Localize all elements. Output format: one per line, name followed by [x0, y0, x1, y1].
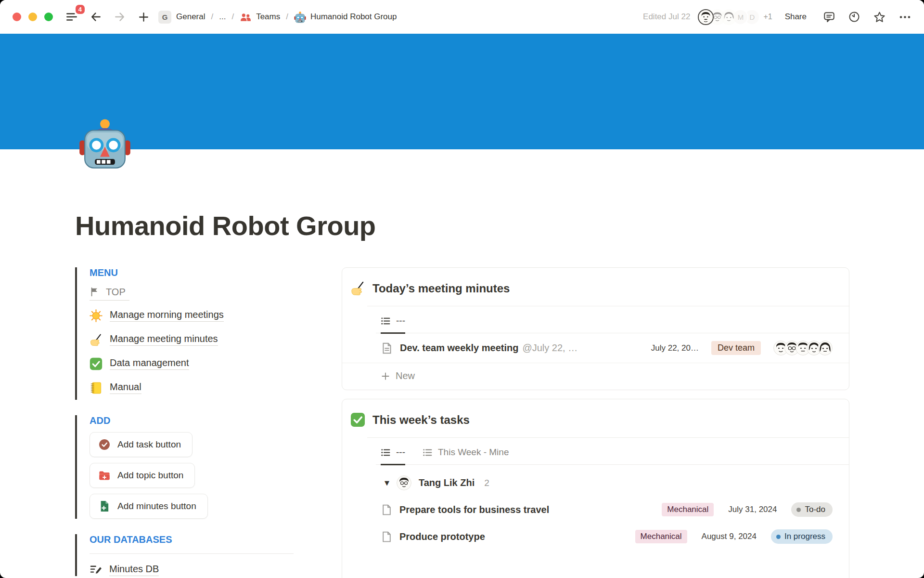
status-label: To-do [805, 505, 825, 514]
task-row[interactable]: Produce prototype Mechanical August 9, 2… [342, 523, 849, 550]
teams-people-icon [240, 11, 252, 23]
status-badge: In progress [771, 529, 833, 544]
group-name: Tang Lik Zhi [419, 477, 475, 488]
minutes-card-title: Today’s meeting minutes [372, 282, 510, 295]
page-title: Humanoid Robot Group [75, 210, 849, 241]
avatar [698, 9, 714, 25]
status-label: In progress [784, 532, 825, 541]
back-icon[interactable] [90, 11, 102, 23]
green-doc-plus-icon [98, 500, 111, 512]
list-view-icon [423, 447, 433, 458]
tasks-card-header: This week’s tasks [342, 399, 849, 437]
breadcrumb-separator: / [286, 12, 288, 22]
workspace-icon[interactable]: G [158, 11, 171, 24]
breadcrumb: G General / ... / Teams / [158, 11, 397, 24]
menu-heading: MENU [90, 267, 296, 278]
page-robot-icon[interactable] [78, 117, 131, 170]
minutes-view-tabs: --- [376, 306, 849, 333]
tasks-card-title: This week’s tasks [372, 413, 470, 427]
task-row[interactable]: Prepare tools for business travel Mechan… [342, 496, 849, 523]
viewer-avatar-stack[interactable]: M D [698, 9, 760, 25]
task-title: Prepare tools for business travel [399, 504, 549, 515]
window-controls [13, 13, 53, 21]
minutes-card-header: Today’s meeting minutes [342, 268, 849, 306]
left-column: MENU TOP [75, 267, 296, 578]
flag-icon [90, 287, 100, 297]
page-content: Humanoid Robot Group MENU TOP [0, 210, 924, 578]
brown-circle-check-icon [98, 438, 111, 451]
collapse-triangle-icon[interactable]: ▼ [385, 479, 389, 486]
green-check-icon [350, 412, 365, 427]
minutes-table-row[interactable]: Dev. team weekly meeting @July 22, … Jul… [342, 333, 849, 363]
breadcrumb-page[interactable]: Humanoid Robot Group [294, 11, 397, 23]
tasks-view-tabs: --- This Week - Mine [376, 438, 849, 465]
breadcrumb-ellipsis[interactable]: ... [219, 12, 226, 22]
toolbar-right: Edited Jul 22 [643, 9, 911, 25]
close-window-button[interactable] [13, 13, 21, 21]
add-button-label: Add task button [117, 439, 181, 450]
new-row-button[interactable]: New [342, 363, 849, 390]
tabs-count-badge: 4 [76, 5, 85, 14]
writing-hand-icon [90, 333, 103, 346]
breadcrumb-page-label: Humanoid Robot Group [310, 12, 397, 22]
add-section: ADD Add task button [75, 415, 296, 519]
database-item-label: Minutes DB [109, 564, 159, 576]
group-count: 2 [484, 478, 489, 488]
avatar [818, 341, 833, 355]
group-header-row[interactable]: ▼ Tang Lik Zhi 2 [342, 465, 849, 496]
page-icon [381, 504, 393, 516]
new-tab-icon[interactable] [138, 11, 150, 23]
list-pencil-icon [90, 563, 103, 576]
sidebar-toggle-icon[interactable]: 4 [65, 11, 78, 23]
new-row-label: New [396, 370, 415, 381]
due-date: August 9, 2024 [702, 532, 757, 541]
favorite-star-icon[interactable] [873, 11, 886, 24]
add-minutes-button[interactable]: Add minutes button [90, 494, 208, 519]
plus-icon [381, 371, 390, 381]
sidebar-item-manage-meeting-minutes[interactable]: Manage meeting minutes [90, 328, 296, 352]
zoom-window-button[interactable] [44, 13, 53, 21]
toolbar: 4 G General / ... / [0, 0, 924, 34]
top-label: TOP [106, 287, 126, 298]
view-tab-label: --- [396, 447, 405, 458]
cover-banner[interactable] [0, 34, 924, 149]
view-tab-default[interactable]: --- [381, 447, 405, 465]
databases-heading: OUR DATABASES [90, 534, 296, 545]
writing-hand-icon [350, 281, 365, 296]
avatar-overflow-count[interactable]: +1 [763, 13, 772, 21]
avatar [397, 475, 411, 490]
robot-icon [294, 11, 306, 23]
menu-item-label: Manage meeting minutes [110, 333, 218, 346]
add-button-label: Add topic button [117, 470, 183, 481]
sidebar-item-manage-morning-meetings[interactable]: Manage morning meetings [90, 303, 296, 328]
menu-item-label: Manage morning meetings [110, 309, 224, 322]
minimize-window-button[interactable] [28, 13, 37, 21]
forward-icon[interactable] [114, 11, 126, 23]
view-tab-this-week-mine[interactable]: This Week - Mine [423, 447, 509, 465]
comments-icon[interactable] [823, 11, 835, 23]
view-tab-label: --- [396, 315, 405, 326]
sidebar-item-top[interactable]: TOP [90, 287, 129, 301]
minutes-row-date-mention: @July 22, … [522, 342, 578, 354]
breadcrumb-teams[interactable]: Teams [240, 11, 280, 23]
add-topic-button[interactable]: Add topic button [90, 463, 195, 488]
updates-clock-icon[interactable] [848, 11, 860, 23]
more-options-icon[interactable] [898, 11, 911, 24]
breadcrumb-general[interactable]: General [176, 12, 205, 22]
minutes-row-date-cell: July 22, 20… [651, 343, 699, 353]
menu-section: MENU TOP [75, 267, 296, 400]
task-title: Produce prototype [399, 531, 485, 542]
view-tab-default[interactable]: --- [381, 315, 405, 334]
share-button[interactable]: Share [785, 12, 807, 22]
right-column: Today’s meeting minutes --- [342, 267, 849, 578]
green-check-icon [90, 357, 103, 370]
member-avatar-stack [773, 341, 833, 355]
add-task-button[interactable]: Add task button [90, 432, 192, 457]
sidebar-item-minutes-db[interactable]: Minutes DB [90, 563, 296, 576]
status-badge: To-do [791, 502, 833, 517]
app-window: 4 G General / ... / [0, 0, 924, 578]
sidebar-item-manual[interactable]: Manual [90, 376, 296, 400]
sidebar-item-data-management[interactable]: Data management [90, 352, 296, 376]
sun-icon [90, 309, 103, 322]
page-icon [381, 531, 393, 543]
